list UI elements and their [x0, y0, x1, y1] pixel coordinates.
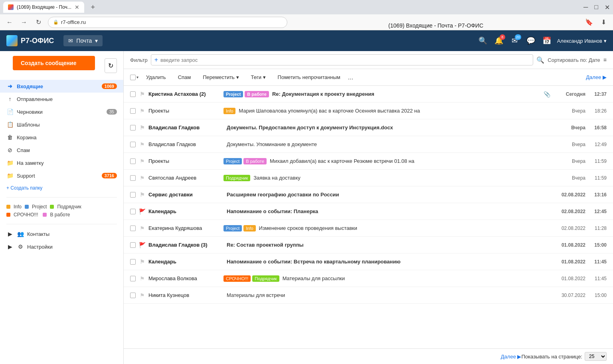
more-btn[interactable]: ...: [348, 74, 353, 81]
minimize-btn[interactable]: ─: [583, 4, 588, 11]
mail-menu-btn[interactable]: ✉ Почта ▾: [63, 35, 103, 46]
sidebar-item-trash[interactable]: 🗑 Корзина: [0, 131, 123, 144]
user-name: Александр Иванов: [557, 38, 602, 44]
next-top-btn[interactable]: Далее ▶: [586, 74, 607, 80]
email-tags: СРОЧНО!!!Подрядчик: [223, 275, 279, 282]
download-btn[interactable]: ⬇: [599, 18, 608, 27]
email-sender: Сервис доставки: [148, 192, 220, 198]
notifications-btn[interactable]: 🔔 8: [492, 34, 506, 48]
sidebar-item-drafts[interactable]: 📄 Черновики 35: [0, 105, 123, 118]
tags-btn[interactable]: Теги ▾: [247, 72, 270, 82]
mark-unread-btn[interactable]: Пометить непрочитанным: [273, 72, 345, 82]
sidebar-item-templates[interactable]: 📋 Шаблоны: [0, 118, 123, 131]
flag-btn[interactable]: 🚩: [139, 208, 145, 215]
move-btn[interactable]: Переместить ▾: [198, 72, 243, 82]
tag-dot-srochno: [6, 213, 10, 217]
email-checkbox[interactable]: [130, 125, 136, 131]
sidebar-item-notes[interactable]: 📁 На заметку: [0, 156, 123, 169]
flag-btn[interactable]: ⚑: [139, 192, 145, 198]
email-checkbox[interactable]: [130, 175, 136, 181]
email-row[interactable]: 🚩 Календарь Напоминание о событии: Плане…: [124, 203, 613, 220]
flag-btn[interactable]: 🚩: [139, 242, 145, 248]
sidebar-item-sent[interactable]: ↑ Отправленные: [0, 93, 123, 105]
email-subject: Материалы для рассылки: [283, 275, 540, 281]
filter-plus-btn[interactable]: +: [154, 56, 158, 63]
maximize-btn[interactable]: □: [594, 4, 598, 11]
flag-btn[interactable]: ⚑: [139, 292, 145, 299]
search-header-btn[interactable]: 🔍: [476, 34, 490, 48]
email-row[interactable]: ⚑ Никита Кузнецов Материалы для встречи …: [124, 287, 613, 304]
filter-search-btn[interactable]: 🔍: [536, 56, 544, 64]
user-menu[interactable]: Александр Иванов ▾: [557, 38, 607, 44]
email-checkbox[interactable]: [130, 192, 136, 198]
flag-btn[interactable]: ⚑: [139, 141, 145, 148]
select-all-checkbox[interactable]: [130, 75, 136, 80]
messages-btn[interactable]: ✉ 20: [508, 34, 522, 48]
email-row[interactable]: ⚑ Сервис доставки Расширяем географию до…: [124, 186, 613, 203]
email-row[interactable]: ⚑ Проекты ProjectВ работе Михаил добавил…: [124, 153, 613, 170]
email-date: Вчера: [554, 142, 585, 147]
support-icon: 📁: [6, 172, 14, 179]
email-row[interactable]: ⚑ Кристина Астахова (2) ProjectВ работе …: [124, 86, 613, 103]
bookmark-btn[interactable]: 🔖: [584, 18, 594, 27]
delete-btn[interactable]: Удалить: [142, 72, 170, 82]
email-checkbox[interactable]: [130, 276, 136, 281]
email-row[interactable]: ⚑ Проекты Info Мария Шаповалова упомянул…: [124, 103, 613, 119]
email-tags: ProjectInfo: [223, 225, 256, 231]
sidebar-item-contacts[interactable]: ▶ 👥 Контакты: [0, 228, 123, 240]
email-checkbox[interactable]: [130, 91, 136, 97]
tab-close-btn[interactable]: ✕: [75, 4, 79, 10]
refresh-btn[interactable]: ↻: [105, 58, 117, 73]
chat-btn[interactable]: 💬: [524, 34, 538, 48]
trash-label: Корзина: [17, 135, 117, 140]
close-btn[interactable]: ✕: [605, 4, 610, 11]
email-row[interactable]: ⚑ Святослав Андреев Подрядчик Заявка на …: [124, 170, 613, 186]
flag-btn[interactable]: ⚑: [139, 158, 145, 164]
email-checkbox[interactable]: [130, 226, 136, 231]
forward-btn[interactable]: →: [19, 18, 29, 27]
filter-input[interactable]: [160, 57, 530, 63]
email-time: 11:59: [589, 158, 607, 164]
sidebar-item-spam[interactable]: ⊘ Спам: [0, 144, 123, 156]
flag-btn[interactable]: ⚑: [139, 125, 145, 131]
email-row[interactable]: ⚑ Владислав Гладков Документы. Предостав…: [124, 119, 613, 136]
sidebar-item-inbox[interactable]: ➜ Входящие 1069: [0, 80, 123, 93]
email-row[interactable]: ⚑ Владислав Гладков Документы. Упоминани…: [124, 136, 613, 153]
create-folder-btn[interactable]: + Создать папку: [0, 182, 123, 194]
new-tab-btn[interactable]: +: [87, 2, 99, 13]
email-row[interactable]: 🚩 Владислав Гладков (3) Re: Состав проек…: [124, 237, 613, 253]
email-checkbox[interactable]: [130, 209, 136, 214]
browser-tab[interactable]: (1069) Входящие - Поч... ✕: [3, 2, 84, 13]
email-checkbox[interactable]: [130, 242, 136, 248]
back-btn[interactable]: ←: [5, 18, 14, 27]
email-subject: Михаил добавил(а) вас к карточке Резюме …: [270, 158, 540, 164]
flag-btn[interactable]: ⚑: [139, 225, 145, 231]
reload-btn[interactable]: ↻: [34, 18, 43, 27]
email-checkbox[interactable]: [130, 142, 136, 147]
email-date: Сегодня: [554, 91, 585, 97]
drafts-icon: 📄: [6, 109, 14, 115]
email-checkbox[interactable]: [130, 259, 136, 265]
email-checkbox[interactable]: [130, 108, 136, 114]
next-bottom-btn[interactable]: Далее ▶: [501, 354, 522, 360]
url-bar[interactable]: 🔒 r7-office.ru: [48, 17, 287, 28]
sort-icon[interactable]: ≡: [603, 57, 607, 63]
flag-btn[interactable]: ⚑: [139, 175, 145, 181]
sidebar-item-settings[interactable]: ▶ ⚙ Настройки: [0, 240, 123, 253]
email-checkbox[interactable]: [130, 158, 136, 164]
email-row[interactable]: ⚑ Мирослава Волкова СРОЧНО!!!Подрядчик М…: [124, 270, 613, 287]
attachment-icon: 📎: [544, 91, 550, 97]
compose-btn[interactable]: Создать сообщение: [13, 56, 95, 70]
flag-btn[interactable]: ⚑: [139, 275, 145, 282]
flag-btn[interactable]: ⚑: [139, 259, 145, 265]
calendar-btn[interactable]: 📅: [540, 34, 554, 48]
select-dropdown-arrow[interactable]: ▾: [136, 75, 138, 79]
sidebar-item-support[interactable]: 📁 Support 3716: [0, 169, 123, 182]
email-row[interactable]: ⚑ Календарь Напоминание о событии: Встре…: [124, 253, 613, 270]
per-page-select[interactable]: 25 50 100: [585, 352, 607, 361]
email-checkbox[interactable]: [130, 293, 136, 298]
flag-btn[interactable]: ⚑: [139, 108, 145, 114]
flag-btn[interactable]: ⚑: [139, 91, 145, 97]
email-row[interactable]: ⚑ Екатерина Кудряшова ProjectInfo Измене…: [124, 220, 613, 237]
spam-btn[interactable]: Спам: [174, 72, 196, 82]
